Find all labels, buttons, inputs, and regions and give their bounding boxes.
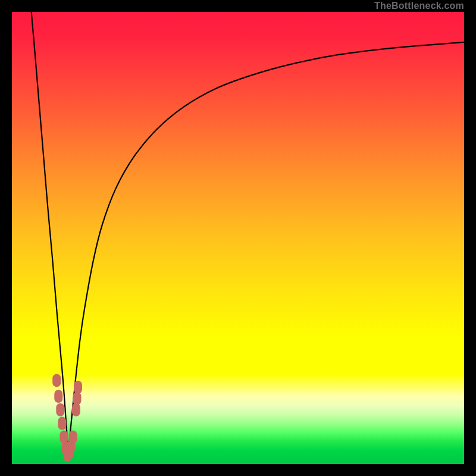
marker-group bbox=[52, 374, 82, 461]
marker bbox=[73, 392, 81, 405]
chart-frame: TheBottleneck.com bbox=[0, 0, 476, 476]
marker bbox=[58, 417, 66, 430]
marker bbox=[69, 430, 77, 443]
marker bbox=[72, 403, 80, 416]
curve-right-branch bbox=[68, 42, 464, 455]
marker bbox=[74, 381, 82, 394]
marker bbox=[52, 374, 61, 387]
marker bbox=[60, 430, 68, 443]
marker bbox=[56, 403, 64, 416]
curve-left-branch bbox=[32, 12, 68, 455]
attribution-text: TheBottleneck.com bbox=[374, 0, 464, 12]
bottleneck-curve bbox=[12, 12, 464, 464]
plot-area bbox=[12, 12, 464, 464]
marker bbox=[54, 390, 62, 403]
